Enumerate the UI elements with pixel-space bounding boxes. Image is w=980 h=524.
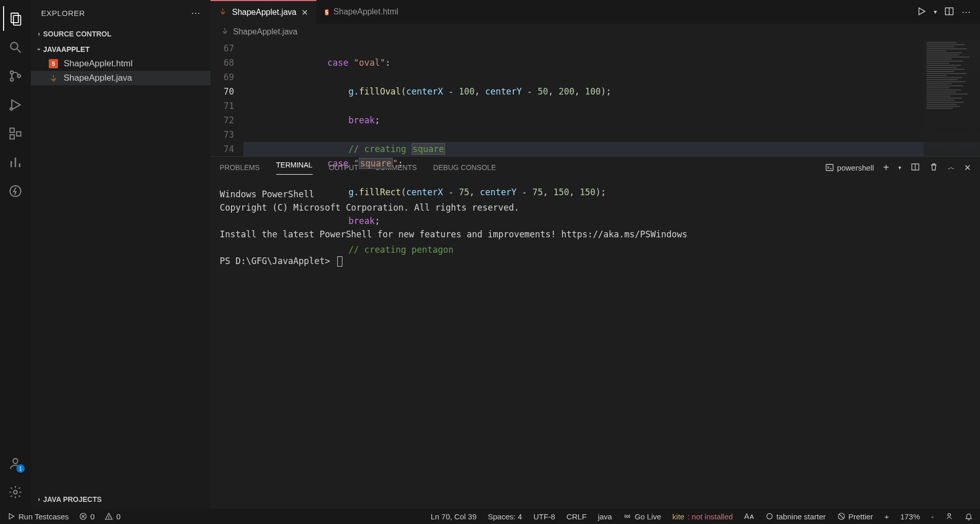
explorer-more-icon[interactable]: ⋯	[191, 7, 201, 18]
file-name: ShapeApplet.java	[64, 73, 132, 83]
explorer-icon[interactable]	[3, 6, 28, 31]
svg-marker-24	[9, 514, 14, 519]
zoom-level[interactable]: 173%	[900, 512, 920, 521]
explorer-title: EXPLORER	[41, 9, 85, 17]
chevron-down-icon[interactable]: ▾	[934, 8, 937, 15]
svg-rect-1	[13, 15, 21, 25]
svg-point-6	[17, 74, 21, 78]
svg-marker-7	[12, 100, 20, 110]
tabnine-status[interactable]: tabnine starter	[765, 512, 826, 521]
svg-point-8	[10, 108, 13, 110]
graph-icon[interactable]	[3, 150, 28, 175]
close-icon[interactable]: ✕	[301, 8, 308, 17]
minimap[interactable]	[924, 40, 980, 156]
editor-area: ShapeApplet.java ✕ 5 ShapeApplet.html ▾ …	[210, 0, 980, 509]
svg-point-31	[766, 514, 772, 519]
chevron-down-icon: ›	[35, 48, 43, 50]
svg-rect-0	[11, 13, 18, 23]
file-name: ShapeApplet.html	[64, 59, 132, 69]
folder-row[interactable]: › JAVAAPPLET	[31, 42, 210, 57]
run-testcases[interactable]: Run Testcases	[7, 512, 69, 521]
svg-point-16	[13, 459, 17, 463]
svg-point-34	[948, 514, 950, 516]
svg-point-5	[10, 78, 13, 81]
eol[interactable]: CRLF	[566, 512, 586, 521]
language-mode[interactable]: java	[598, 512, 612, 521]
zoom-in[interactable]: +	[885, 512, 889, 521]
svg-rect-9	[10, 128, 14, 133]
encoding[interactable]: UTF-8	[533, 512, 555, 521]
gutter: 67 68 69 70 71 72 73 74	[210, 40, 243, 156]
accounts-icon[interactable]: 1	[3, 451, 28, 476]
java-icon	[48, 73, 59, 83]
chevron-right-icon: ›	[38, 30, 40, 38]
breadcrumb[interactable]: ShapeApplet.java	[210, 24, 980, 40]
activity-bar: 1	[0, 0, 31, 509]
source-control-section[interactable]: › SOURCE CONTROL	[31, 26, 210, 42]
svg-point-29	[109, 518, 109, 518]
search-icon[interactable]	[3, 35, 28, 60]
run-icon[interactable]	[916, 6, 927, 18]
tab-label: ShapeApplet.java	[232, 8, 296, 17]
indentation[interactable]: Spaces: 4	[488, 512, 522, 521]
thunder-icon[interactable]	[3, 179, 28, 203]
svg-rect-11	[16, 132, 21, 136]
code-editor[interactable]: 67 68 69 70 71 72 73 74 case "oval": g.f…	[210, 40, 980, 156]
html5-icon: 5	[325, 7, 328, 17]
source-control-label: SOURCE CONTROL	[43, 30, 111, 38]
chevron-right-icon: ›	[38, 496, 40, 503]
prettier-status[interactable]: Prettier	[837, 512, 873, 521]
java-projects-section[interactable]: › JAVA PROJECTS	[31, 490, 210, 509]
editor-tabs: ShapeApplet.java ✕ 5 ShapeApplet.html ▾ …	[210, 0, 980, 24]
extensions-icon[interactable]	[3, 121, 28, 146]
svg-point-2	[11, 43, 18, 50]
cursor-position[interactable]: Ln 70, Col 39	[431, 512, 476, 521]
svg-point-15	[10, 186, 21, 197]
svg-line-3	[17, 49, 21, 53]
svg-rect-10	[10, 135, 14, 139]
file-item-java[interactable]: ShapeApplet.java	[31, 71, 210, 85]
svg-point-17	[14, 491, 17, 494]
warnings-count[interactable]: 0	[105, 512, 120, 521]
tab-actions: ▾ ⋯	[916, 0, 980, 24]
zoom-out[interactable]: -	[931, 512, 934, 521]
status-bar: Run Testcases 0 0 Ln 70, Col 39 Spaces: …	[0, 509, 980, 524]
html5-icon: 5	[48, 59, 59, 69]
java-projects-label: JAVA PROJECTS	[43, 495, 102, 503]
split-editor-icon[interactable]	[944, 6, 954, 18]
kite-status[interactable]: kite: not installed	[672, 512, 733, 521]
font-size-indicator[interactable]: Aᴀ	[744, 512, 754, 521]
explorer-sidebar: EXPLORER ⋯ › SOURCE CONTROL › JAVAAPPLET…	[31, 0, 210, 509]
go-live[interactable]: Go Live	[623, 512, 661, 521]
code-content[interactable]: case "oval": g.fillOval(centerX - 100, c…	[243, 40, 980, 156]
source-control-icon[interactable]	[3, 64, 28, 88]
tab-label: ShapeApplet.html	[334, 7, 398, 16]
feedback-icon[interactable]	[945, 512, 953, 520]
accounts-badge: 1	[16, 464, 25, 473]
folder-name: JAVAAPPLET	[43, 45, 90, 53]
file-item-html[interactable]: 5 ShapeApplet.html	[31, 57, 210, 71]
tab-shapeapplet-java[interactable]: ShapeApplet.java ✕	[210, 0, 317, 24]
breadcrumb-file: ShapeApplet.java	[233, 27, 297, 36]
tab-shapeapplet-html[interactable]: 5 ShapeApplet.html	[317, 0, 407, 24]
svg-point-4	[10, 71, 13, 74]
bell-icon[interactable]	[965, 512, 973, 520]
svg-line-33	[839, 514, 843, 518]
svg-marker-18	[919, 8, 925, 14]
gear-icon[interactable]	[3, 480, 28, 504]
more-icon[interactable]: ⋯	[962, 6, 971, 17]
java-icon	[219, 7, 227, 17]
run-debug-icon[interactable]	[3, 92, 28, 117]
errors-count[interactable]: 0	[79, 512, 94, 521]
svg-point-30	[626, 515, 628, 517]
java-icon	[221, 27, 229, 37]
